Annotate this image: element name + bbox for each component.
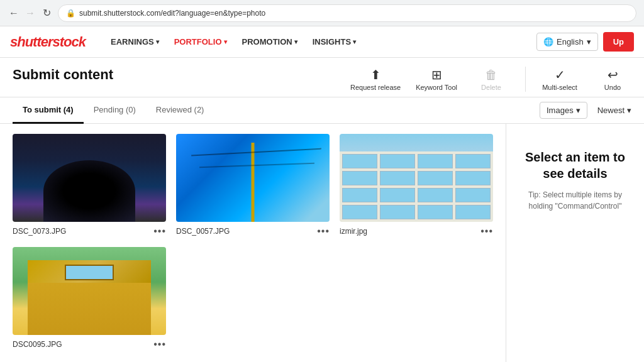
request-release-button[interactable]: ⬆ Request release [350, 67, 401, 91]
nav-item-insights[interactable]: INSIGHTS ▾ [306, 33, 362, 50]
browser-nav-buttons: ← → ↻ [8, 7, 53, 19]
chevron-down-icon: ▾ [353, 38, 356, 45]
image-name-tunnel: DSC_0073.JPG [13, 227, 66, 236]
window-cell [418, 171, 453, 185]
window-cell [380, 205, 415, 219]
image-name-pole: DSC_0057.JPG [176, 227, 230, 236]
select-item-tip: Tip: Select multiple items by holding "C… [516, 189, 634, 212]
pole-image [176, 134, 330, 222]
tab-reviewed[interactable]: Reviewed (2) [146, 97, 214, 124]
pole-wire-2 [199, 163, 314, 168]
address-bar[interactable]: 🔒 submit.shutterstock.com/edit?language=… [58, 4, 636, 22]
image-card-ornate[interactable]: DSC0095.JPG ••• [13, 247, 166, 350]
image-footer-pole: DSC_0057.JPG ••• [176, 222, 330, 237]
window-cell [418, 188, 453, 202]
window-cell [418, 154, 453, 168]
tunnel-inner [43, 160, 135, 222]
window-cell [455, 154, 491, 168]
chevron-down-icon: ▾ [576, 106, 580, 115]
ornate-top [28, 260, 150, 283]
submit-header: Submit content ⬆ Request release ⊞ Keywo… [0, 58, 644, 97]
image-thumb-building [340, 134, 493, 222]
nav-items: EARNINGS ▾ PORTFOLIO ▾ PROMOTION ▾ INSIG… [104, 33, 524, 50]
language-button[interactable]: 🌐 English ▾ [536, 33, 598, 51]
content-area: Submit content ⬆ Request release ⊞ Keywo… [0, 58, 644, 362]
tab-pending[interactable]: Pending (0) [84, 97, 146, 124]
image-grid: DSC_0073.JPG ••• DSC_0057.JPG ••• [0, 124, 506, 362]
nav-right: 🌐 English ▾ Up [536, 32, 634, 52]
browser-chrome: ← → ↻ 🔒 submit.shutterstock.com/edit?lan… [0, 0, 644, 26]
keyword-tool-icon: ⊞ [431, 67, 442, 82]
filter-images-button[interactable]: Images ▾ [540, 102, 587, 119]
building-image [340, 134, 493, 222]
delete-button[interactable]: 🗑 Delete [472, 68, 510, 91]
toolbar-separator [525, 67, 526, 92]
building-facade [340, 151, 493, 222]
nav-item-promotion[interactable]: PROMOTION ▾ [236, 33, 304, 50]
image-thumb-tunnel [13, 134, 166, 222]
image-footer-building: izmir.jpg ••• [340, 222, 493, 237]
right-panel: Select an item to see details Tip: Selec… [506, 124, 644, 362]
window-cell [455, 205, 491, 219]
window-cell [342, 188, 377, 202]
logo: shutterstock [10, 34, 86, 50]
image-thumb-ornate [13, 247, 166, 335]
image-name-building: izmir.jpg [340, 227, 367, 236]
window-cell [380, 171, 415, 185]
delete-icon: 🗑 [485, 68, 497, 82]
tabs-right: Images ▾ Newest ▾ [540, 102, 631, 119]
image-name-ornate: DSC0095.JPG [13, 340, 62, 349]
chevron-down-icon: ▾ [224, 38, 227, 45]
chevron-down-icon: ▾ [156, 38, 159, 45]
pole-vertical [252, 143, 255, 222]
ornate-facade [28, 260, 150, 335]
window-cell [418, 205, 453, 219]
tabs-left: To submit (4) Pending (0) Reviewed (2) [13, 97, 214, 123]
tab-to-submit[interactable]: To submit (4) [13, 97, 84, 124]
more-options-button-pole[interactable]: ••• [317, 226, 330, 237]
request-release-icon: ⬆ [370, 67, 381, 82]
nav-item-portfolio[interactable]: PORTFOLIO ▾ [168, 33, 233, 50]
window-cell [380, 188, 415, 202]
image-footer-tunnel: DSC_0073.JPG ••• [13, 222, 166, 237]
multi-select-button[interactable]: ✓ Multi-select [541, 67, 579, 91]
page-title: Submit content [13, 67, 113, 92]
more-options-button-building[interactable]: ••• [480, 226, 493, 237]
back-button[interactable]: ← [8, 7, 20, 19]
address-text: submit.shutterstock.com/edit?language=en… [79, 9, 628, 18]
sort-button[interactable]: Newest ▾ [597, 106, 631, 115]
logo-text: shutterstock [10, 34, 86, 50]
undo-icon: ↩ [608, 67, 618, 82]
ornate-window [65, 265, 114, 280]
window-cell [455, 171, 491, 185]
forward-button[interactable]: → [24, 7, 36, 19]
sort-label: Newest [597, 106, 625, 115]
upload-button[interactable]: Up [603, 32, 634, 52]
pole-wire-1 [191, 148, 321, 156]
image-thumb-pole [176, 134, 330, 222]
multi-select-icon: ✓ [555, 67, 565, 82]
undo-button[interactable]: ↩ Undo [594, 67, 631, 91]
top-nav: shutterstock EARNINGS ▾ PORTFOLIO ▾ PROM… [0, 26, 644, 58]
nav-item-earnings[interactable]: EARNINGS ▾ [104, 33, 165, 50]
language-label: English [557, 37, 584, 47]
main-panel: DSC_0073.JPG ••• DSC_0057.JPG ••• [0, 124, 644, 362]
more-options-button-ornate[interactable]: ••• [153, 339, 166, 350]
chevron-down-icon: ▾ [587, 37, 591, 47]
more-options-button-tunnel[interactable]: ••• [153, 226, 166, 237]
window-cell [342, 154, 377, 168]
ornate-image [13, 247, 166, 335]
window-cell [342, 205, 377, 219]
window-cell [380, 154, 415, 168]
globe-icon: 🌐 [543, 37, 553, 47]
window-cell [455, 188, 491, 202]
image-card-tunnel[interactable]: DSC_0073.JPG ••• [13, 134, 166, 237]
chevron-down-icon: ▾ [627, 106, 631, 115]
image-card-building[interactable]: izmir.jpg ••• [340, 134, 493, 237]
lock-icon: 🔒 [66, 9, 75, 18]
image-card-pole[interactable]: DSC_0057.JPG ••• [176, 134, 330, 237]
reload-button[interactable]: ↻ [40, 7, 53, 19]
tabs-row: To submit (4) Pending (0) Reviewed (2) I… [0, 97, 644, 124]
keyword-tool-button[interactable]: ⊞ Keyword Tool [416, 67, 457, 91]
tunnel-image [13, 134, 166, 222]
